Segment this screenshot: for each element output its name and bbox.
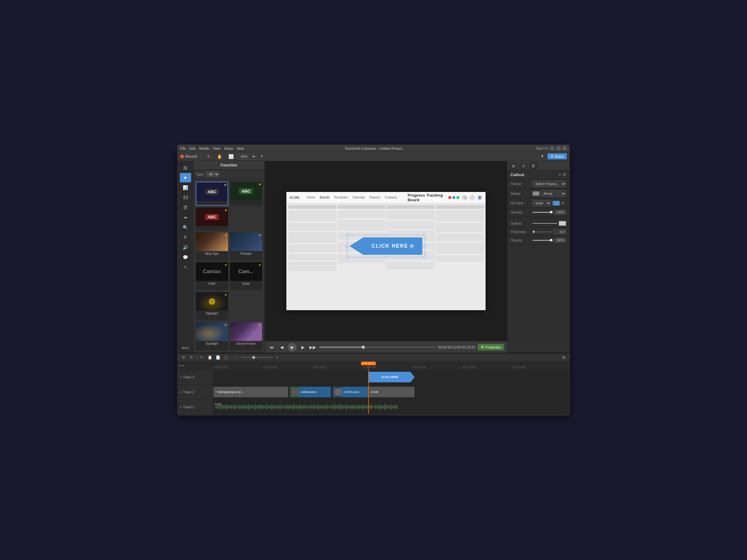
fill-reset-button[interactable]: ↺ (561, 201, 564, 205)
handle-ml[interactable] (346, 245, 348, 247)
clip-clickhere[interactable]: CLICK HERE (368, 372, 411, 382)
sidebar-charts[interactable]: 📊 (180, 183, 191, 192)
thickness-opacity-slider[interactable] (533, 240, 552, 241)
nav-templates[interactable]: Templates (332, 195, 350, 200)
menu-help[interactable]: Help (237, 146, 244, 150)
crop-tool[interactable]: ⬜ (227, 153, 236, 160)
clip-collaboration[interactable]: collaboration (299, 387, 331, 397)
menu-edit[interactable]: Edit (189, 146, 196, 150)
theme-value[interactable]: Select Theme... (533, 181, 566, 187)
rp-undo-button[interactable]: ↺ (562, 172, 566, 177)
progress-track[interactable] (319, 347, 436, 348)
select-tool[interactable]: ↖ (205, 153, 212, 160)
handle-bc[interactable] (385, 256, 387, 258)
tl-zoom-slider[interactable] (241, 357, 272, 358)
tl-split[interactable]: ⬛ (223, 354, 229, 361)
fav-item-pixelate[interactable]: ★ Pixelate (230, 232, 262, 260)
zoom-dropdown[interactable]: ▾ (259, 154, 264, 159)
callout-container[interactable]: CLICK HERE ✕ (347, 235, 425, 257)
sidebar-zoom[interactable]: 🔍 (180, 223, 191, 232)
maximize-btn[interactable]: □ (556, 146, 561, 151)
sidebar-media[interactable]: ⊞ (180, 163, 191, 172)
handle-tc[interactable] (385, 234, 387, 236)
sidebar-favorites[interactable]: ★ (180, 173, 191, 182)
track-row-2[interactable]: + slidingbackground (3... collaboration (213, 384, 569, 399)
step-back[interactable]: ◀ (278, 344, 285, 351)
filter-select[interactable]: All (206, 171, 220, 177)
skip-to-start[interactable]: ⏮ (268, 344, 276, 351)
rp-tab-media[interactable]: ⊞ (509, 162, 518, 170)
handle-tr[interactable] (423, 234, 426, 236)
more-label[interactable]: More (181, 345, 190, 351)
track-row-3[interactable]: CLICK HERE (213, 370, 569, 384)
rp-tab-callout[interactable]: 🗒 (529, 162, 538, 170)
menu-view[interactable]: View (213, 146, 221, 150)
step-forward[interactable]: ▶ (299, 344, 307, 351)
tl-expand[interactable]: ⊞ (561, 354, 567, 361)
record-button[interactable]: Record (180, 154, 197, 159)
handle-mr[interactable] (423, 245, 426, 247)
fill-style-select[interactable]: Solid (533, 200, 551, 206)
fill-color-swatch[interactable] (552, 201, 560, 206)
progress-handle[interactable] (362, 346, 365, 349)
nav-calendar[interactable]: Calendar (351, 195, 367, 200)
search-icon[interactable]: 🔍 (462, 195, 467, 201)
signin-btn[interactable]: Sign In ▾ (536, 146, 548, 150)
opacity-slider[interactable] (533, 212, 552, 213)
clip-sliding[interactable]: + slidingbackground (3... (213, 387, 288, 397)
track-add-icon[interactable]: ▸ (180, 364, 181, 367)
fav-item-fade[interactable]: ★ Camtas Fade (196, 262, 228, 290)
sidebar-visual-effects[interactable]: 🎬 (180, 203, 191, 212)
shape-select[interactable]: Arrow (541, 190, 566, 196)
track1-expand[interactable]: ▸ (180, 405, 182, 408)
fav-item-scale[interactable]: ★ Cam... Scale (230, 262, 262, 290)
rp-add-button[interactable]: + (559, 172, 561, 177)
fav-item-abc1[interactable]: ★ ABC (196, 182, 228, 206)
menu-share[interactable]: Share (224, 146, 233, 150)
outline-color-swatch[interactable] (559, 221, 566, 226)
fav-item-deviceframe[interactable]: ★ Device Frame (230, 322, 262, 350)
nav-boards[interactable]: Boards (318, 195, 332, 200)
nav-contacts[interactable]: Contacts (383, 195, 399, 200)
sidebar-captions[interactable]: 💬 (180, 252, 191, 262)
rp-tab-text[interactable]: A (519, 162, 528, 170)
tl-zoom-out[interactable]: − (233, 354, 239, 361)
menu-modify[interactable]: Modify (199, 146, 209, 150)
canvas-viewport[interactable]: ACME Home Boards Templates Calendar Repo… (265, 161, 507, 341)
track2-expand[interactable]: ▸ (180, 390, 182, 394)
tl-undo[interactable]: ↺ (180, 354, 186, 361)
tl-redo[interactable]: ↻ (188, 354, 195, 361)
download-btn[interactable]: ⬇ (539, 154, 546, 159)
fav-item-abc3[interactable]: ★ ABC (196, 208, 228, 230)
play-button[interactable]: ▶ (288, 343, 297, 351)
thickness-slider[interactable] (536, 232, 552, 232)
user-icon[interactable]: 👤 (477, 195, 483, 201)
callout-x[interactable]: ✕ (410, 244, 414, 248)
minimize-btn[interactable]: − (550, 146, 554, 151)
tl-paste[interactable]: 📄 (215, 354, 221, 361)
fav-item-highlight[interactable]: ★ Highlight (196, 292, 228, 320)
sidebar-arrows[interactable]: ➡ (180, 213, 191, 222)
skip-to-end[interactable]: ▶▶ (309, 344, 316, 351)
sidebar-audio[interactable]: 🔊 (180, 243, 191, 252)
zoom-select[interactable]: 60% 100% (238, 154, 256, 159)
clip-acme-users[interactable]: ACME-users (341, 387, 370, 397)
theme-select[interactable]: Select Theme... (533, 181, 566, 187)
sidebar-cursor[interactable]: ↖ (180, 263, 191, 272)
move-tool[interactable]: ✋ (215, 153, 224, 160)
fav-item-whipspin[interactable]: ★ Whip Spin (196, 232, 228, 260)
nav-home[interactable]: Home (305, 195, 317, 200)
handle-br[interactable] (423, 256, 426, 258)
nav-reports[interactable]: Reports (367, 195, 382, 200)
clip-acme[interactable]: ACME (368, 387, 415, 397)
handle-tl[interactable] (346, 234, 348, 236)
fav-item-spotlight[interactable]: ★ Spotlight (196, 322, 228, 350)
tl-zoom-in[interactable]: + (274, 354, 280, 361)
close-btn[interactable]: × (562, 146, 567, 151)
track-row-1[interactable]: firefly (213, 399, 569, 415)
sidebar-transitions[interactable]: 🎞 (180, 193, 191, 202)
track3-expand[interactable]: ▸ (180, 375, 182, 379)
help-icon[interactable]: ? (469, 195, 475, 201)
tl-cut[interactable]: ✂ (199, 354, 205, 361)
fav-item-abc2[interactable]: ★ ABC (230, 182, 262, 206)
